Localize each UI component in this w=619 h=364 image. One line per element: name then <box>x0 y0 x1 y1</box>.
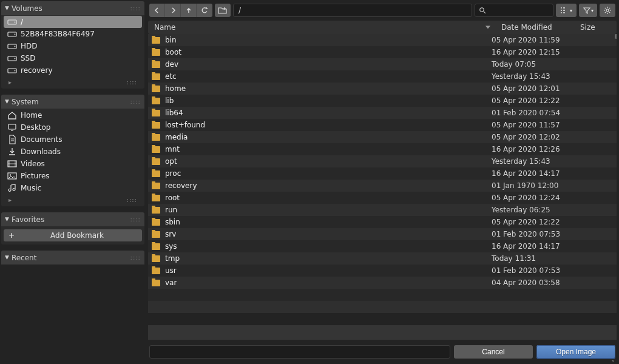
file-name: srv <box>165 230 492 238</box>
favorites-header[interactable]: ▼ Favorites :::: <box>1 212 144 226</box>
back-button[interactable] <box>149 4 165 17</box>
file-row[interactable]: lost+found05 Apr 2020 11:57 <box>148 119 617 131</box>
col-size[interactable]: Size <box>574 23 617 32</box>
system-item[interactable]: Desktop <box>4 121 142 133</box>
file-date: 05 Apr 2020 11:57 <box>492 121 570 129</box>
disclosure-down-icon: ▼ <box>5 216 9 222</box>
grip-icon[interactable]: :::: <box>127 79 137 86</box>
path-input[interactable]: / <box>233 4 472 17</box>
favorites-body: + Add Bookmark <box>1 226 144 244</box>
file-name: sbin <box>165 218 492 226</box>
volume-item[interactable]: HDD <box>4 40 142 52</box>
folder-icon <box>152 280 160 286</box>
file-row[interactable]: home05 Apr 2020 12:01 <box>148 83 617 95</box>
file-row[interactable]: mnt16 Apr 2020 12:26 <box>148 143 617 155</box>
recent-header[interactable]: ▼ Recent :::: <box>1 251 144 265</box>
play-icon[interactable]: ▸ <box>8 197 12 203</box>
file-row[interactable]: root05 Apr 2020 12:24 <box>148 192 617 204</box>
folder-icon <box>152 183 160 189</box>
volume-item[interactable]: 52B84F83B84F6497 <box>4 28 142 40</box>
system-item[interactable]: Videos <box>4 158 142 170</box>
file-row[interactable]: recovery01 Jan 1970 12:00 <box>148 180 617 192</box>
search-input[interactable] <box>475 4 553 17</box>
file-date: Yesterday 15:43 <box>492 72 570 81</box>
file-date: Today 11:31 <box>492 254 570 263</box>
system-item[interactable]: Documents <box>4 133 142 146</box>
add-bookmark-button[interactable]: + Add Bookmark <box>4 229 142 241</box>
drive-icon <box>7 17 17 27</box>
disclosure-down-icon: ▼ <box>5 254 9 260</box>
file-row[interactable]: boot16 Apr 2020 12:15 <box>148 46 617 58</box>
system-item[interactable]: Pictures <box>4 170 142 182</box>
settings-button[interactable] <box>600 4 615 17</box>
music-icon <box>7 183 17 193</box>
path-value: / <box>238 6 241 15</box>
file-name: etc <box>165 72 492 81</box>
file-name: var <box>165 278 492 287</box>
grip-icon: :::: <box>130 216 141 223</box>
folder-icon <box>152 219 160 226</box>
chevron-down-icon: ▾ <box>591 8 594 13</box>
forward-button[interactable] <box>165 4 181 17</box>
file-row[interactable]: sbin05 Apr 2020 12:22 <box>148 216 617 228</box>
file-name: opt <box>165 157 492 166</box>
home-icon <box>7 110 17 120</box>
file-row[interactable]: lib6401 Feb 2020 07:54 <box>148 107 617 119</box>
file-row[interactable]: usr01 Feb 2020 07:53 <box>148 265 617 277</box>
open-button[interactable]: Open Image <box>536 345 615 359</box>
file-row[interactable]: etcYesterday 15:43 <box>148 70 617 83</box>
file-row[interactable]: var04 Apr 2020 03:58 <box>148 277 617 289</box>
file-row[interactable]: tmpToday 11:31 <box>148 252 617 265</box>
volume-label: 52B84F83B84F6497 <box>21 30 95 38</box>
file-name: dev <box>165 60 492 69</box>
folder-icon <box>152 207 160 214</box>
favorites-title: Favorites <box>12 215 44 224</box>
file-row[interactable]: devToday 07:05 <box>148 58 617 70</box>
file-row[interactable]: proc16 Apr 2020 14:17 <box>148 167 617 180</box>
file-row[interactable]: srv01 Feb 2020 07:53 <box>148 228 617 240</box>
system-item[interactable]: Home <box>4 109 142 121</box>
folder-icon <box>152 61 160 68</box>
volume-item[interactable]: SSD <box>4 52 142 64</box>
system-item-label: Videos <box>21 160 45 168</box>
folder-icon <box>152 49 160 56</box>
file-date: 16 Apr 2020 14:17 <box>492 242 570 251</box>
file-name: bin <box>165 36 492 44</box>
search-icon <box>479 7 486 14</box>
file-row[interactable]: optYesterday 15:43 <box>148 155 617 167</box>
system-item[interactable]: Music <box>4 182 142 194</box>
col-name[interactable]: Name <box>148 23 495 32</box>
folder-icon <box>152 146 160 153</box>
system-item[interactable]: Downloads <box>4 146 142 158</box>
disclosure-down-icon: ▼ <box>5 5 9 11</box>
file-row[interactable]: lib05 Apr 2020 12:22 <box>148 95 617 107</box>
col-date[interactable]: Date Modified <box>495 23 574 32</box>
scrollbar[interactable] <box>615 34 617 39</box>
display-mode-button[interactable]: ▾ <box>556 4 577 17</box>
grip-icon[interactable]: :::: <box>127 197 137 203</box>
file-row[interactable]: media05 Apr 2020 12:02 <box>148 131 617 143</box>
file-row[interactable]: runYesterday 06:25 <box>148 204 617 216</box>
file-row[interactable]: bin05 Apr 2020 11:59 <box>148 34 617 46</box>
file-date: 05 Apr 2020 12:02 <box>492 133 570 141</box>
play-icon[interactable]: ▸ <box>8 79 12 86</box>
file-list[interactable]: bin05 Apr 2020 11:59boot16 Apr 2020 12:1… <box>148 34 617 325</box>
volumes-footer: ▸:::: <box>4 78 142 87</box>
file-name: recovery <box>165 181 492 190</box>
refresh-button[interactable] <box>197 4 212 17</box>
chevron-down-icon: ▾ <box>570 8 572 13</box>
new-folder-button[interactable] <box>215 4 231 17</box>
filter-button[interactable]: ▾ <box>579 4 597 17</box>
svg-point-7 <box>15 58 16 59</box>
parent-button[interactable] <box>181 4 197 17</box>
file-row[interactable]: sys16 Apr 2020 14:17 <box>148 240 617 252</box>
volumes-header[interactable]: ▼ Volumes :::: <box>1 1 144 15</box>
volume-item[interactable]: recovery <box>4 64 142 76</box>
system-header[interactable]: ▼ System :::: <box>1 95 144 109</box>
expand-icon[interactable]: ⌄ <box>611 357 615 363</box>
volume-item[interactable]: / <box>4 16 142 28</box>
filename-input[interactable] <box>149 345 450 359</box>
file-date: 05 Apr 2020 11:59 <box>492 36 570 44</box>
cancel-button[interactable]: Cancel <box>454 345 533 359</box>
folder-icon <box>152 86 160 92</box>
